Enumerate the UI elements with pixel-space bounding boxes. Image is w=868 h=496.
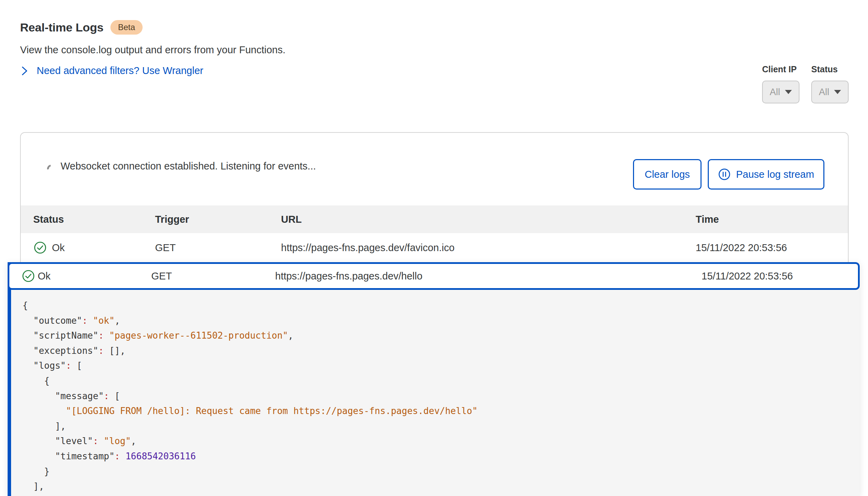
success-check-icon (22, 270, 35, 282)
page-description: View the console.log output and errors f… (20, 44, 286, 56)
column-header-trigger: Trigger (155, 214, 189, 225)
status-filter: Status All (811, 64, 849, 103)
page-title: Real-time Logs (20, 21, 103, 34)
client-ip-filter-value: All (770, 87, 780, 98)
clear-logs-label: Clear logs (645, 169, 690, 180)
status-filter-select[interactable]: All (811, 81, 849, 103)
log-row-time: 15/11/2022 20:53:56 (702, 270, 793, 282)
success-check-icon (34, 241, 46, 254)
log-row-trigger: GET (155, 242, 176, 254)
expanded-log-entry: Ok GET https://pages-fns.pages.dev/hello… (8, 262, 860, 496)
wrangler-link-label: Need advanced filters? Use Wrangler (37, 65, 203, 76)
log-row[interactable]: Ok GET https://pages-fns.pages.dev/favic… (21, 233, 848, 262)
page-header: Real-time Logs Beta View the console.log… (0, 0, 868, 132)
log-filters: Client IP All Status All (762, 64, 849, 103)
logs-toolbar: Websocket connection established. Listen… (21, 133, 848, 205)
websocket-status-message: Websocket connection established. Listen… (61, 160, 316, 172)
log-table-header: Status Trigger URL Time (21, 205, 848, 233)
log-row-time: 15/11/2022 20:53:56 (696, 242, 787, 254)
spinner-icon (45, 163, 57, 174)
log-row-url: https://pages-fns.pages.dev/favicon.ico (281, 242, 454, 254)
pause-log-stream-label: Pause log stream (736, 169, 814, 180)
column-header-status: Status (33, 214, 64, 225)
pause-log-stream-button[interactable]: Pause log stream (708, 159, 824, 190)
realtime-logs-page: { "page": { "title": "Real-time Logs", "… (0, 0, 868, 496)
column-header-time: Time (696, 214, 719, 225)
log-row-status: Ok (38, 270, 51, 282)
log-detail-json: { "outcome": "ok", "scriptName": "pages-… (11, 290, 860, 494)
beta-badge: Beta (110, 20, 143, 35)
log-row-trigger: GET (151, 270, 172, 282)
caret-down-icon (785, 90, 792, 94)
client-ip-filter: Client IP All (762, 64, 799, 103)
client-ip-filter-label: Client IP (762, 64, 799, 74)
log-row-url: https://pages-fns.pages.dev/hello (275, 270, 423, 282)
column-header-url: URL (281, 214, 302, 225)
clear-logs-button[interactable]: Clear logs (633, 159, 702, 190)
log-row-status: Ok (52, 242, 65, 254)
caret-down-icon (834, 90, 841, 94)
wrangler-filters-link[interactable]: Need advanced filters? Use Wrangler (21, 65, 203, 76)
status-filter-value: All (819, 87, 829, 98)
chevron-right-icon (21, 66, 28, 76)
status-filter-label: Status (811, 64, 849, 74)
selected-log-row[interactable]: Ok GET https://pages-fns.pages.dev/hello… (8, 262, 860, 290)
client-ip-filter-select[interactable]: All (762, 81, 799, 103)
pause-icon (718, 168, 731, 181)
